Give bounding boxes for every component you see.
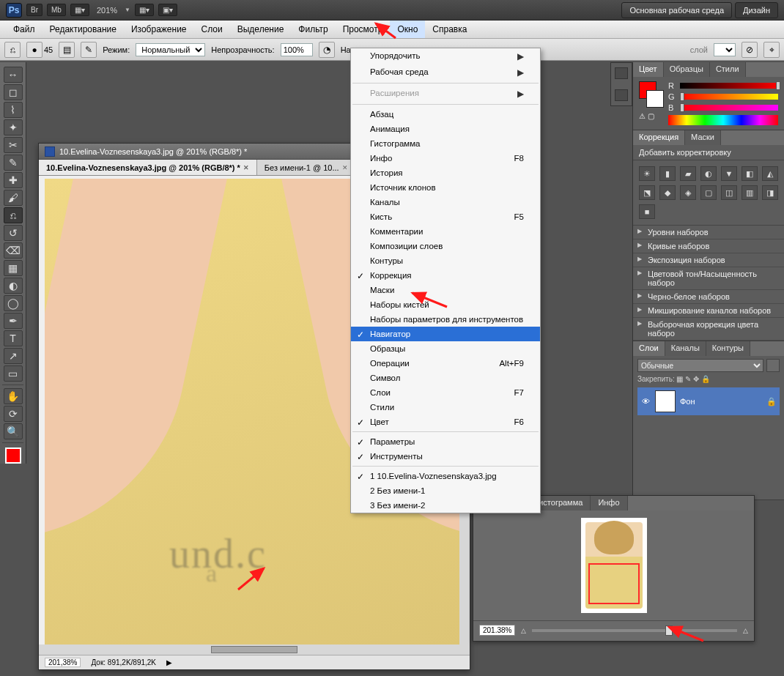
adjustment-icon[interactable]: ▼ [721, 166, 737, 181]
navigator-view-rect[interactable] [588, 563, 640, 604]
minibridge-button[interactable]: Mb [47, 4, 66, 16]
adjustment-icon[interactable]: ▥ [742, 185, 758, 200]
design-button[interactable]: Дизайн [735, 2, 778, 18]
stamp-tool-icon[interactable]: ⎌ [4, 42, 21, 58]
panel-tab[interactable]: Контуры [706, 341, 750, 356]
brush-tool[interactable]: 🖌 [4, 190, 23, 206]
menu-item[interactable]: ✓Коррекция [351, 268, 540, 283]
zoom-in-icon[interactable]: △ [743, 627, 748, 634]
menu-слои[interactable]: Слои [194, 21, 230, 38]
menu-редактирование[interactable]: Редактирование [42, 21, 124, 38]
screenmode-button[interactable]: ▣▾ [158, 4, 177, 16]
menu-item[interactable]: ✓Навигатор [351, 327, 540, 341]
menu-item[interactable]: Абзац [351, 107, 540, 122]
layers-menu-icon[interactable] [766, 359, 780, 372]
panel-tab[interactable]: Образцы [664, 62, 710, 77]
foreground-swatch[interactable] [5, 447, 21, 464]
menu-фильтр[interactable]: Фильтр [291, 21, 335, 38]
adjustment-icon[interactable]: ◫ [721, 185, 737, 200]
shape-tool[interactable]: ▭ [4, 365, 23, 382]
menu-item[interactable]: Композиции слоев [351, 239, 540, 253]
brush-preview-icon[interactable]: ● [26, 42, 42, 58]
tab-close-icon[interactable]: ✕ [243, 164, 249, 171]
menu-item[interactable]: ОперацииAlt+F9 [351, 356, 540, 371]
viewmode-button[interactable]: ▦▾ [70, 4, 89, 16]
menu-item[interactable]: Символ [351, 371, 540, 385]
history-panel-icon[interactable] [615, 67, 628, 79]
gradient-tool[interactable]: ▦ [4, 260, 23, 276]
zoom-tool[interactable]: 🔍 [4, 423, 23, 439]
menu-item[interactable]: Упорядочить▶ [351, 48, 540, 64]
menu-окно[interactable]: Окно [390, 21, 425, 38]
menu-item[interactable]: Комментарии [351, 224, 540, 239]
blur-tool[interactable]: ◐ [4, 278, 23, 294]
adjustment-icon[interactable]: ▰ [680, 166, 696, 181]
eraser-tool[interactable]: ⌫ [4, 242, 23, 259]
zoom-out-icon[interactable]: △ [521, 627, 526, 634]
adjustment-icon[interactable]: ▮ [659, 166, 676, 181]
menu-item[interactable]: 3 Без имени-2 [351, 498, 540, 513]
menu-item[interactable]: ИнфоF8 [351, 151, 540, 166]
menu-item[interactable]: Рабочая среда▶ [351, 64, 540, 81]
menu-item[interactable]: Образцы [351, 341, 540, 356]
preset-item[interactable]: Уровни наборов [633, 226, 784, 239]
adjustment-icon[interactable]: ⬔ [639, 185, 655, 200]
adjustment-icon[interactable]: ◧ [742, 166, 758, 181]
bridge-button[interactable]: Br [26, 4, 42, 16]
adjustment-icon[interactable]: ☀ [639, 166, 655, 181]
move-tool[interactable]: ↔ [4, 67, 23, 83]
collapsed-dock[interactable] [610, 62, 632, 106]
hand-tool[interactable]: ✋ [4, 388, 23, 404]
brush-panel-button[interactable]: ▤ [59, 42, 75, 58]
preset-item[interactable]: Кривые наборов [633, 239, 784, 253]
dodge-tool[interactable]: ◯ [4, 295, 23, 311]
adjustment-icon[interactable]: ◨ [762, 185, 778, 200]
menu-item[interactable]: ✓1 10.Evelina-Voznesenskaya3.jpg [351, 469, 540, 483]
menu-item[interactable]: Контуры [351, 253, 540, 268]
panel-tab[interactable]: Каналы [665, 341, 706, 356]
stamp-tool[interactable]: ⎌ [4, 207, 23, 223]
status-zoom[interactable]: 201,38% [45, 658, 81, 667]
eyedropper-tool[interactable]: ✎ [4, 155, 23, 171]
blend-mode-layers[interactable]: Обычные [637, 359, 763, 372]
navigator-thumb[interactable] [581, 518, 647, 613]
adjustment-icon[interactable]: ◆ [659, 185, 676, 200]
pen-tool[interactable]: ✒ [4, 313, 23, 329]
menu-item[interactable]: ✓ЦветF6 [351, 415, 540, 429]
menu-выделение[interactable]: Выделение [230, 21, 292, 38]
panel-tab[interactable]: Инфо [591, 496, 627, 510]
bg-color-swatch[interactable] [646, 90, 664, 108]
panel-tab[interactable]: Маски [685, 130, 721, 145]
healing-tool[interactable]: ✚ [4, 172, 23, 188]
menu-просмотр[interactable]: Просмотр [336, 21, 391, 38]
preset-item[interactable]: Микширование каналов наборов [633, 304, 784, 318]
blend-mode-select[interactable]: Нормальный [136, 43, 205, 56]
menu-item[interactable]: Гистограмма [351, 136, 540, 151]
menu-item[interactable]: 2 Без имени-1 [351, 483, 540, 498]
menu-item[interactable]: Маски [351, 283, 540, 297]
pressure-size-icon[interactable]: ⌖ [763, 42, 780, 58]
b-slider[interactable] [680, 105, 778, 111]
wand-tool[interactable]: ✦ [4, 119, 23, 135]
panel-tab[interactable]: Цвет [633, 62, 664, 77]
spectrum-bar[interactable] [668, 115, 778, 125]
menu-item[interactable]: Наборы кистей [351, 297, 540, 312]
workspace-button[interactable]: Основная рабочая среда [621, 2, 732, 18]
layer-row[interactable]: 👁 Фон 🔒 [637, 387, 780, 415]
menu-item[interactable]: КистьF5 [351, 209, 540, 224]
preset-item[interactable]: Экспозиция наборов [633, 253, 784, 267]
tab-close-icon[interactable]: ✕ [342, 164, 348, 171]
g-slider[interactable] [680, 94, 778, 100]
brush-settings-button[interactable]: ✎ [81, 42, 97, 58]
menu-item[interactable]: Стили [351, 400, 540, 415]
pressure-opacity-icon[interactable]: ◔ [319, 42, 335, 58]
adjustment-icon[interactable]: ◈ [680, 185, 696, 200]
history-brush-tool[interactable]: ↺ [4, 225, 23, 241]
navigator-panel[interactable]: НавигаторГистограммаИнфо 201.38% △ △ [473, 495, 755, 642]
adjustment-icon[interactable]: ▢ [700, 185, 717, 200]
menu-item[interactable]: Каналы [351, 195, 540, 209]
menu-item[interactable]: СлоиF7 [351, 385, 540, 400]
menu-item[interactable]: ✓Параметры [351, 434, 540, 449]
panel-tab[interactable]: Коррекция [633, 130, 685, 145]
opacity-input[interactable] [281, 43, 313, 56]
